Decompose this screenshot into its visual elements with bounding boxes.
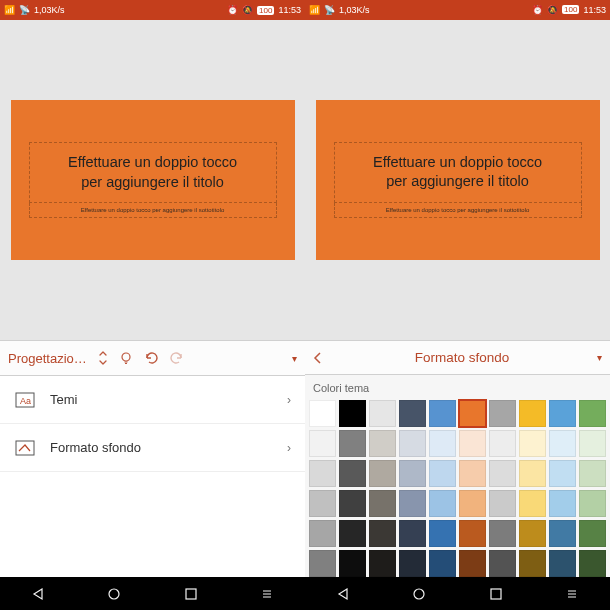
- color-swatch[interactable]: [339, 520, 366, 547]
- color-swatch[interactable]: [549, 520, 576, 547]
- color-swatch[interactable]: [399, 400, 426, 427]
- slide-subtitle-placeholder[interactable]: Effettuare un doppio tocco per aggiunger…: [334, 203, 582, 218]
- drawer-button[interactable]: [260, 587, 274, 601]
- color-swatch[interactable]: [309, 430, 336, 457]
- color-swatch[interactable]: [369, 550, 396, 577]
- color-swatch[interactable]: [519, 550, 546, 577]
- color-swatch[interactable]: [429, 460, 456, 487]
- expand-icon[interactable]: [97, 351, 109, 365]
- color-swatch[interactable]: [369, 490, 396, 517]
- color-swatch[interactable]: [489, 550, 516, 577]
- slide-title-placeholder[interactable]: Effettuare un doppio tocco per aggiunger…: [334, 142, 582, 203]
- color-swatch[interactable]: [489, 490, 516, 517]
- color-swatch[interactable]: [339, 550, 366, 577]
- color-swatch[interactable]: [399, 520, 426, 547]
- color-swatch[interactable]: [549, 430, 576, 457]
- menu-item-format-background[interactable]: Formato sfondo ›: [0, 424, 305, 472]
- color-swatch[interactable]: [339, 430, 366, 457]
- undo-icon[interactable]: [143, 351, 159, 365]
- color-swatch[interactable]: [519, 490, 546, 517]
- color-swatch[interactable]: [489, 400, 516, 427]
- color-swatch[interactable]: [309, 490, 336, 517]
- slide-title-line1: Effettuare un doppio tocco: [34, 153, 272, 173]
- color-swatch[interactable]: [429, 490, 456, 517]
- color-swatch[interactable]: [429, 520, 456, 547]
- chevron-down-icon[interactable]: ▾: [597, 352, 602, 363]
- net-speed: 1,03K/s: [34, 5, 65, 15]
- color-swatch[interactable]: [459, 430, 486, 457]
- color-swatch[interactable]: [489, 460, 516, 487]
- color-swatch[interactable]: [549, 400, 576, 427]
- color-swatch[interactable]: [459, 460, 486, 487]
- color-swatch[interactable]: [579, 460, 606, 487]
- slide-subtitle: Effettuare un doppio tocco per aggiunger…: [339, 207, 577, 213]
- color-swatch[interactable]: [579, 550, 606, 577]
- color-swatch[interactable]: [339, 490, 366, 517]
- slide-canvas: Effettuare un doppio tocco per aggiunger…: [305, 20, 610, 340]
- color-swatch[interactable]: [399, 550, 426, 577]
- slide[interactable]: Effettuare un doppio tocco per aggiunger…: [316, 100, 600, 260]
- color-swatch[interactable]: [369, 520, 396, 547]
- slide[interactable]: Effettuare un doppio tocco per aggiunger…: [11, 100, 295, 260]
- color-swatch[interactable]: [459, 520, 486, 547]
- color-swatch[interactable]: [519, 520, 546, 547]
- color-swatch[interactable]: [369, 430, 396, 457]
- color-swatch[interactable]: [399, 430, 426, 457]
- color-swatch[interactable]: [399, 490, 426, 517]
- color-swatch[interactable]: [459, 490, 486, 517]
- color-swatch[interactable]: [579, 520, 606, 547]
- slide-canvas: Effettuare un doppio tocco per aggiunger…: [0, 20, 305, 340]
- color-swatch[interactable]: [489, 520, 516, 547]
- color-swatch[interactable]: [459, 400, 486, 427]
- redo-icon[interactable]: [169, 351, 185, 365]
- color-swatch[interactable]: [549, 490, 576, 517]
- color-swatch[interactable]: [339, 400, 366, 427]
- battery-icon: 100: [257, 6, 274, 15]
- color-swatch[interactable]: [429, 550, 456, 577]
- android-navbar: [305, 577, 610, 610]
- chevron-down-icon[interactable]: ▾: [292, 353, 297, 364]
- svg-point-0: [122, 353, 130, 361]
- ribbon-toolbar: Progettazio… ▾: [0, 340, 305, 376]
- tab-design[interactable]: Progettazio…: [8, 351, 87, 366]
- color-swatch[interactable]: [519, 400, 546, 427]
- color-swatch[interactable]: [429, 400, 456, 427]
- home-button[interactable]: [412, 587, 426, 601]
- slide-title-placeholder[interactable]: Effettuare un doppio tocco per aggiunger…: [29, 142, 277, 203]
- color-swatch[interactable]: [519, 460, 546, 487]
- design-menu: Aa Temi › Formato sfondo ›: [0, 376, 305, 577]
- color-swatch[interactable]: [579, 430, 606, 457]
- color-swatch[interactable]: [579, 490, 606, 517]
- color-swatch[interactable]: [549, 550, 576, 577]
- slide-subtitle-placeholder[interactable]: Effettuare un doppio tocco per aggiunger…: [29, 203, 277, 218]
- color-swatch[interactable]: [429, 430, 456, 457]
- slide-title-line1: Effettuare un doppio tocco: [339, 153, 577, 173]
- recent-button[interactable]: [489, 587, 503, 601]
- recent-button[interactable]: [184, 587, 198, 601]
- home-button[interactable]: [107, 587, 121, 601]
- color-swatch[interactable]: [489, 430, 516, 457]
- color-swatch[interactable]: [339, 460, 366, 487]
- color-swatch[interactable]: [369, 400, 396, 427]
- lightbulb-icon[interactable]: [119, 351, 133, 365]
- color-swatch[interactable]: [309, 550, 336, 577]
- wifi-icon: 📡: [324, 5, 335, 15]
- color-swatch[interactable]: [369, 460, 396, 487]
- color-swatch[interactable]: [309, 460, 336, 487]
- format-toolbar: Formato sfondo ▾: [305, 340, 610, 376]
- color-swatch[interactable]: [309, 400, 336, 427]
- color-swatch[interactable]: [549, 460, 576, 487]
- color-swatch[interactable]: [459, 550, 486, 577]
- menu-item-themes[interactable]: Aa Temi ›: [0, 376, 305, 424]
- color-swatch[interactable]: [309, 520, 336, 547]
- svg-rect-5: [186, 589, 196, 599]
- color-swatch[interactable]: [399, 460, 426, 487]
- toolbar-title: Formato sfondo: [337, 350, 587, 365]
- back-icon[interactable]: [313, 352, 327, 364]
- color-swatch[interactable]: [519, 430, 546, 457]
- back-button[interactable]: [31, 587, 45, 601]
- color-swatch[interactable]: [579, 400, 606, 427]
- drawer-button[interactable]: [565, 587, 579, 601]
- right-pane: 📶 📡 1,03K/s ⏰ 🔕 100 11:53 Effettuare un …: [305, 0, 610, 610]
- back-button[interactable]: [336, 587, 350, 601]
